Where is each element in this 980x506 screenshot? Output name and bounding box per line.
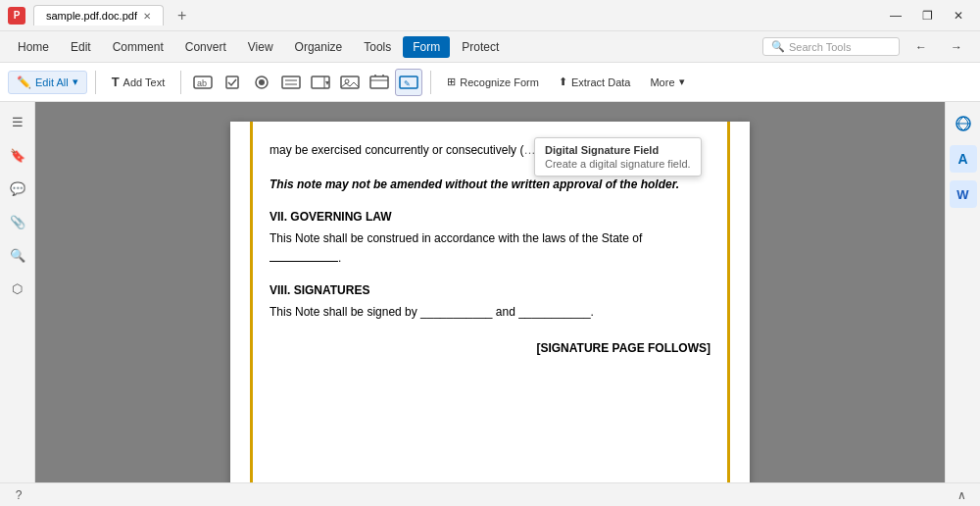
digital-signature-tooltip: Digital Signature Field Create a digital…: [534, 137, 702, 177]
extract-data-label: Extract Data: [571, 76, 631, 88]
svg-point-12: [345, 79, 349, 83]
menubar: Home Edit Comment Convert View Organize …: [0, 31, 980, 63]
pdf-content-area: may be exercised concurrently or consecu…: [35, 102, 945, 482]
image-field-button[interactable]: [336, 69, 364, 96]
sidebar-comment-icon[interactable]: 💬: [4, 175, 31, 202]
window-controls: — ❐ ✕: [882, 6, 972, 25]
search-tools-input[interactable]: 🔍 Search Tools: [762, 37, 900, 56]
svg-text:▾: ▾: [325, 78, 329, 87]
pdf-left-border: [250, 122, 253, 482]
close-button[interactable]: ✕: [945, 6, 972, 25]
menu-form[interactable]: Form: [403, 36, 450, 58]
toolbar: ✏️ Edit All ▾ T Add Text ab ▾ ✎: [0, 63, 980, 102]
menu-tools[interactable]: Tools: [354, 36, 401, 58]
recognize-icon: ⊞: [447, 76, 456, 88]
search-icon: 🔍: [771, 40, 785, 53]
pdf-right-border: [727, 122, 730, 482]
new-tab-button[interactable]: +: [172, 7, 192, 25]
sidebar-bookmark-icon[interactable]: 🔖: [4, 141, 31, 169]
menu-convert[interactable]: Convert: [175, 36, 236, 58]
sidebar-search-icon[interactable]: 🔍: [4, 241, 31, 269]
menu-organize[interactable]: Organize: [285, 36, 353, 58]
tooltip-container: Digital Signature Field Create a digital…: [534, 137, 702, 177]
sidebar-attachment-icon[interactable]: 📎: [4, 208, 31, 235]
pdf-bold-italic-text: This note may not be amended without the…: [270, 176, 710, 194]
separator-3: [430, 71, 431, 94]
right-sidebar-ai-icon[interactable]: A: [950, 145, 977, 173]
svg-rect-13: [370, 76, 388, 88]
recognize-form-label: Recognize Form: [460, 76, 539, 88]
checkbox-button[interactable]: [219, 69, 246, 96]
right-sidebar: A W: [945, 102, 980, 482]
right-sidebar-word-icon[interactable]: W: [950, 180, 977, 208]
menu-comment[interactable]: Comment: [103, 36, 173, 58]
more-button[interactable]: More ▾: [642, 72, 692, 92]
tooltip-title: Digital Signature Field: [545, 144, 691, 156]
pdf-page: may be exercised concurrently or consecu…: [230, 122, 750, 482]
pdf-section8-title: VIII. SIGNATURES: [270, 283, 710, 297]
dropdown-button[interactable]: ▾: [307, 69, 334, 96]
signature-field-button[interactable]: ✎: [395, 69, 422, 96]
edit-icon: ✏️: [17, 76, 31, 89]
titlebar: P sample.pdf.doc.pdf ✕ + — ❐ ✕: [0, 0, 980, 31]
svg-rect-2: [226, 76, 238, 88]
scroll-up-button[interactable]: ∧: [951, 484, 972, 506]
help-button[interactable]: ?: [8, 484, 29, 506]
extract-icon: ⬆: [559, 76, 567, 88]
edit-all-label: Edit All: [35, 76, 69, 88]
maximize-button[interactable]: ❐: [913, 6, 941, 25]
edit-dropdown-icon: ▾: [73, 76, 78, 88]
pdf-section7-text: This Note shall be construed in accordan…: [270, 229, 710, 267]
svg-point-4: [259, 79, 265, 85]
extract-data-button[interactable]: ⬆ Extract Data: [551, 72, 639, 92]
svg-rect-5: [282, 76, 300, 88]
pdf-section7-title: VII. GOVERNING LAW: [270, 210, 710, 224]
menu-view[interactable]: View: [238, 36, 283, 58]
nav-forward-button[interactable]: →: [941, 36, 972, 58]
main-area: ☰ 🔖 💬 📎 🔍 ⬡ may be exercised concurrentl…: [0, 102, 980, 482]
svg-text:ab: ab: [197, 78, 207, 88]
menu-protect[interactable]: Protect: [452, 36, 509, 58]
tab-active[interactable]: sample.pdf.doc.pdf ✕: [33, 5, 164, 25]
right-sidebar-connect-icon[interactable]: [950, 110, 977, 137]
separator-1: [95, 71, 96, 94]
separator-2: [180, 71, 181, 94]
pdf-blank-state: [270, 261, 338, 262]
list-field-button[interactable]: [277, 69, 305, 96]
tab-close-icon[interactable]: ✕: [143, 11, 151, 22]
form-fields-group: ab ▾ ✎: [189, 69, 422, 96]
bottombar: ? ∧: [0, 482, 980, 506]
pdf-section8-text: This Note shall be signed by ___________…: [270, 303, 710, 322]
nav-back-button[interactable]: ←: [906, 36, 937, 58]
sidebar-nav-icon[interactable]: ☰: [4, 108, 31, 135]
more-dropdown-icon: ▾: [679, 76, 685, 88]
more-label: More: [650, 76, 674, 88]
svg-text:✎: ✎: [404, 79, 411, 88]
add-text-label: Add Text: [123, 76, 166, 88]
text-icon: T: [112, 75, 120, 89]
text-field-button[interactable]: ab: [189, 69, 217, 96]
edit-all-button[interactable]: ✏️ Edit All ▾: [8, 71, 87, 94]
tab-title: sample.pdf.doc.pdf: [46, 10, 137, 22]
nav-sidebar: ☰ 🔖 💬 📎 🔍 ⬡: [0, 102, 35, 482]
pdf-signature-line: [SIGNATURE PAGE FOLLOWS]: [270, 341, 710, 355]
add-text-button[interactable]: T Add Text: [104, 71, 173, 93]
tooltip-description: Create a digital signature field.: [545, 158, 691, 170]
recognize-form-button[interactable]: ⊞ Recognize Form: [439, 72, 547, 92]
app-icon: P: [8, 7, 25, 25]
menu-edit[interactable]: Edit: [61, 36, 101, 58]
radio-button[interactable]: [248, 69, 275, 96]
minimize-button[interactable]: —: [882, 6, 909, 25]
search-placeholder: Search Tools: [789, 41, 851, 53]
sidebar-layers-icon[interactable]: ⬡: [4, 275, 31, 302]
date-field-button[interactable]: [366, 69, 393, 96]
menu-home[interactable]: Home: [8, 36, 59, 58]
